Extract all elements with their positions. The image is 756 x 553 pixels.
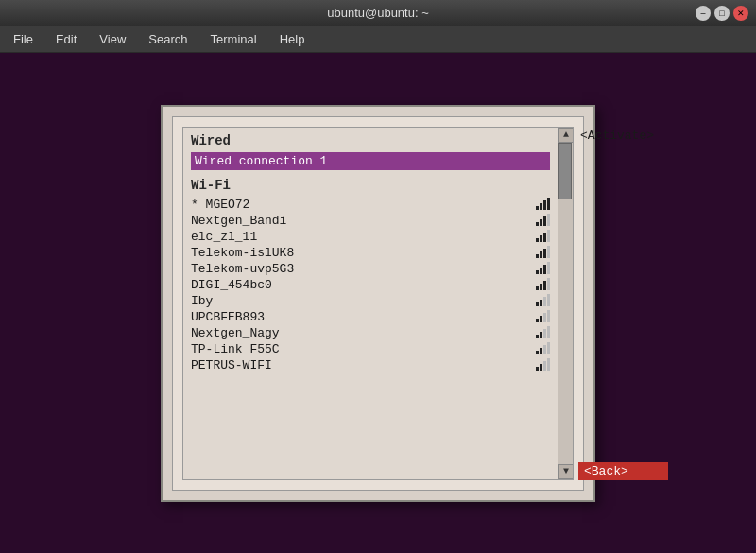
network-item[interactable]: PETRUS-WIFI	[191, 357, 550, 373]
network-rows: * MGEO72Nextgen_Bandielc_zl_11Telekom-is…	[191, 197, 550, 373]
window-controls: – □ ✕	[696, 6, 748, 21]
wifi-label: Wi-Fi	[191, 178, 550, 193]
terminal-area: Wired Wired connection 1 Wi-Fi * MGEO72N…	[0, 53, 756, 553]
activate-button[interactable]: <Activate>	[578, 127, 668, 145]
menu-item-search[interactable]: Search	[143, 30, 193, 48]
network-item[interactable]: Nextgen_Nagy	[191, 325, 550, 341]
signal-icon	[536, 263, 550, 274]
scroll-down-arrow[interactable]: ▼	[558, 464, 574, 479]
maximize-button[interactable]: □	[714, 6, 730, 21]
signal-icon	[536, 295, 550, 306]
wifi-section: Wi-Fi * MGEO72Nextgen_Bandielc_zl_11Tele…	[191, 178, 550, 373]
network-item[interactable]: DIGI_454bc0	[191, 277, 550, 293]
menu-item-view[interactable]: View	[94, 30, 131, 48]
network-manager-dialog: Wired Wired connection 1 Wi-Fi * MGEO72N…	[161, 105, 595, 502]
network-item[interactable]: Telekom-uvp5G3	[191, 261, 550, 277]
menu-item-file[interactable]: File	[8, 30, 39, 48]
minimize-button[interactable]: –	[696, 6, 711, 21]
network-list-panel: Wired Wired connection 1 Wi-Fi * MGEO72N…	[182, 127, 574, 480]
network-item[interactable]: * MGEO72	[191, 197, 550, 213]
signal-icon	[536, 343, 550, 354]
network-item[interactable]: elc_zl_11	[191, 229, 550, 245]
network-item[interactable]: UPCBFEB893	[191, 309, 550, 325]
menubar: FileEditViewSearchTerminalHelp	[0, 26, 756, 53]
network-item[interactable]: Telekom-islUK8	[191, 245, 550, 261]
titlebar: ubuntu@ubuntu: ~ – □ ✕	[0, 0, 756, 26]
right-buttons: <Activate> <Back>	[578, 127, 668, 480]
signal-icon	[536, 279, 550, 290]
wired-label: Wired	[191, 133, 550, 148]
signal-icon	[536, 231, 550, 242]
menu-item-terminal[interactable]: Terminal	[205, 30, 263, 48]
window-title: ubuntu@ubuntu: ~	[327, 6, 429, 20]
wired-connection-item[interactable]: Wired connection 1	[191, 152, 550, 170]
signal-icon	[536, 247, 550, 258]
menu-item-help[interactable]: Help	[274, 30, 311, 48]
signal-icon	[536, 311, 550, 322]
network-item[interactable]: Nextgen_Bandi	[191, 213, 550, 229]
signal-icon	[536, 199, 550, 210]
network-item[interactable]: TP-Link_F55C	[191, 341, 550, 357]
menu-item-edit[interactable]: Edit	[50, 30, 82, 48]
scroll-up-arrow[interactable]: ▲	[558, 128, 574, 143]
list-content: Wired Wired connection 1 Wi-Fi * MGEO72N…	[183, 128, 558, 479]
network-item[interactable]: Iby	[191, 293, 550, 309]
wired-section: Wired Wired connection 1	[191, 133, 550, 170]
scroll-track[interactable]	[558, 143, 573, 464]
close-button[interactable]: ✕	[733, 6, 748, 21]
back-button[interactable]: <Back>	[578, 462, 668, 480]
scroll-thumb[interactable]	[558, 143, 572, 199]
signal-icon	[536, 359, 550, 371]
signal-icon	[536, 327, 550, 338]
signal-icon	[536, 215, 550, 226]
dialog-inner: Wired Wired connection 1 Wi-Fi * MGEO72N…	[172, 116, 584, 491]
scrollbar[interactable]: ▲ ▼	[558, 128, 573, 479]
